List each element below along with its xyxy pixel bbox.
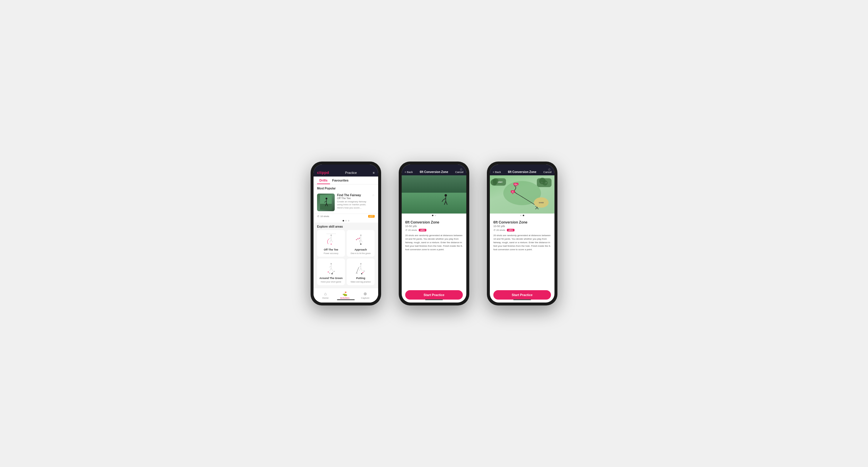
photo-fairway (402, 193, 466, 214)
skill-desc-ott: Power accuracy (324, 252, 339, 254)
phones-container: clippd Practice ≡ Drills Favourites Most… (311, 162, 557, 305)
capture-icon: ⊕ (364, 291, 367, 296)
drill-meta-3: ⏱ 20 shots ARG (493, 229, 551, 231)
svg-point-14 (360, 235, 362, 236)
start-practice-button-3[interactable]: Start Practice (493, 290, 551, 300)
skill-card-ott[interactable]: Off The Tee Power accuracy (317, 230, 345, 257)
back-button-3[interactable]: < Back (493, 171, 501, 174)
skill-card-putting[interactable]: Putting Make and lag practice (347, 259, 375, 285)
skill-name-approach: Approach (354, 248, 367, 251)
shots-meta-3: ⏱ 20 shots (493, 229, 505, 231)
dot-1 (343, 220, 344, 222)
home-icon: ⌂ (324, 291, 327, 296)
golfer-photo-svg (441, 193, 450, 208)
phone-2: < Back 6ft Conversion Zone Cancel (399, 162, 469, 305)
svg-point-7 (331, 235, 332, 236)
skill-card-approach[interactable]: Approach Dial-in to hit the green (347, 230, 375, 257)
drill-meta-2: ⏱ 20 shots ARG (405, 229, 463, 231)
drill-desc-3: 20 shots are randomly generated at dista… (493, 234, 551, 252)
svg-point-31 (334, 271, 334, 272)
atg-icon-area (324, 261, 339, 275)
svg-line-46 (442, 200, 443, 202)
explore-title: Explore skill areas (317, 225, 375, 228)
status-bar-1 (313, 165, 378, 169)
atg-icon (324, 261, 339, 275)
svg-line-38 (356, 267, 359, 273)
skill-card-atg[interactable]: Around The Green Hone your short game (317, 259, 345, 285)
featured-info: Find The Fairway Off The Tee Create an i… (337, 194, 370, 211)
featured-inner[interactable]: Find The Fairway Off The Tee Create an i… (313, 191, 378, 213)
clock-icon-3: ⏱ (493, 229, 496, 231)
putting-icon-area (353, 261, 368, 275)
dot-2 (345, 220, 347, 222)
featured-image (317, 194, 335, 211)
map-svg-overlay: Miss Hit (490, 175, 555, 213)
photo-trees (402, 175, 466, 194)
nav-activities[interactable]: ⛳ Activities (340, 291, 350, 299)
status-bar-2 (402, 165, 466, 169)
svg-point-21 (359, 238, 360, 239)
sand-label: SAND (538, 202, 544, 204)
svg-point-28 (328, 272, 329, 273)
svg-line-63 (536, 207, 537, 209)
svg-line-27 (331, 268, 333, 271)
golfer-svg (320, 195, 332, 210)
svg-point-29 (329, 273, 330, 274)
bottom-nav: ⌂ Home ⛳ Activities ⊕ Capture (313, 288, 378, 302)
svg-point-40 (362, 272, 363, 273)
p2-header-title: 6ft Conversion Zone (420, 170, 448, 174)
img-dot-3-1 (520, 215, 522, 216)
status-bar-3 (490, 165, 555, 169)
drill-photo-area (402, 175, 466, 213)
approach-icon (353, 232, 368, 247)
shots-info: ⏱ 10 shots (317, 215, 329, 218)
home-indicator-1 (337, 299, 355, 300)
clock-icon: ⏱ (317, 215, 319, 218)
svg-point-30 (332, 272, 333, 273)
svg-point-33 (360, 263, 362, 264)
featured-title: Find The Fairway (337, 194, 370, 197)
activities-icon: ⛳ (342, 291, 347, 296)
shots-count-3: 20 shots (496, 229, 505, 231)
skill-desc-atg: Hone your short game (321, 281, 341, 283)
bookmark-icon[interactable]: ☆ (372, 194, 375, 211)
hamburger-icon[interactable]: ≡ (373, 171, 375, 174)
svg-line-47 (444, 201, 446, 205)
skill-grid: Off The Tee Power accuracy (317, 230, 375, 285)
ott-icon (324, 232, 339, 247)
svg-point-23 (331, 263, 332, 264)
tab-drills[interactable]: Drills (317, 176, 330, 184)
svg-point-50 (493, 178, 498, 184)
svg-line-64 (537, 207, 538, 209)
back-button[interactable]: < Back (405, 171, 413, 174)
capture-label: Capture (361, 297, 369, 299)
map-sand-trap: SAND (534, 197, 549, 208)
p2-header: < Back 6ft Conversion Zone Cancel (402, 169, 466, 175)
drill-name-2: 6ft Conversion Zone (405, 220, 463, 224)
featured-card: Most Popular (313, 185, 378, 219)
shots-meta-2: ⏱ 20 shots (405, 229, 417, 231)
drill-map-area: ROUGH FAIRWAY (490, 175, 555, 213)
svg-point-41 (364, 271, 364, 272)
skill-desc-putting: Make and lag practice (350, 281, 371, 283)
activities-label: Activities (340, 297, 350, 299)
nav-capture[interactable]: ⊕ Capture (361, 291, 369, 299)
start-practice-button-2[interactable]: Start Practice (405, 290, 463, 300)
svg-point-52 (542, 180, 548, 185)
tab-favourites[interactable]: Favourites (330, 176, 351, 184)
phone-1: clippd Practice ≡ Drills Favourites Most… (311, 162, 381, 305)
svg-line-45 (443, 198, 446, 200)
approach-icon-area (353, 232, 368, 247)
svg-line-35 (359, 266, 361, 267)
pagination-dots (313, 219, 378, 223)
p1-header: clippd Practice ≡ (313, 169, 378, 176)
image-dots-3 (490, 213, 555, 218)
svg-text:Hit: Hit (512, 191, 514, 193)
img-dot-1 (432, 215, 433, 216)
nav-home[interactable]: ⌂ Home (322, 291, 329, 299)
app-logo: clippd (317, 170, 329, 175)
golf-photo (402, 175, 466, 213)
clock-icon-2: ⏱ (405, 229, 408, 231)
p1-content: Most Popular (313, 185, 378, 302)
svg-line-48 (446, 201, 447, 205)
